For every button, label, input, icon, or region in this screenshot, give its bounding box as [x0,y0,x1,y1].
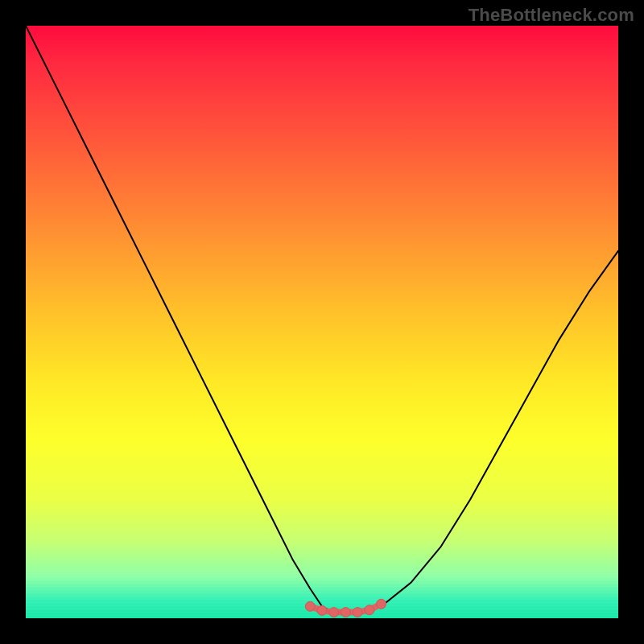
plot-area [26,26,618,618]
optimal-marker [305,601,315,611]
watermark-text: TheBottleneck.com [469,5,634,26]
bottleneck-curve-path [26,26,618,613]
optimal-marker [365,605,374,615]
optimal-marker [329,608,339,617]
curve-layer [26,26,618,613]
optimal-marker [317,605,327,615]
optimal-marker [377,599,386,609]
optimal-marker [353,608,362,617]
optimal-marker [341,608,350,617]
curve-svg [26,26,618,618]
marker-layer [305,599,386,617]
chart-frame: TheBottleneck.com [0,0,644,644]
